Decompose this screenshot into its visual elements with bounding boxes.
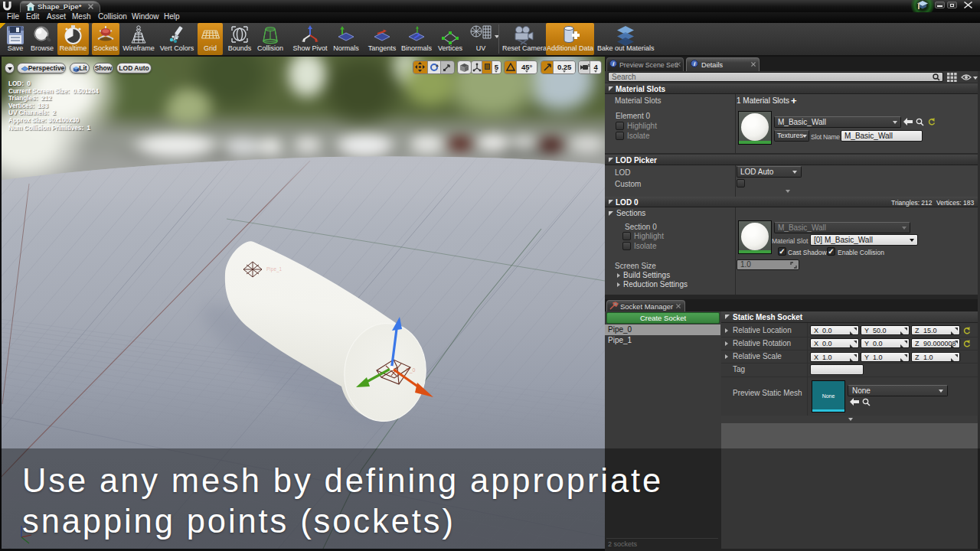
svg-text:P_0: P_0: [406, 367, 416, 373]
svg-text:Pipe_1: Pipe_1: [266, 266, 283, 272]
